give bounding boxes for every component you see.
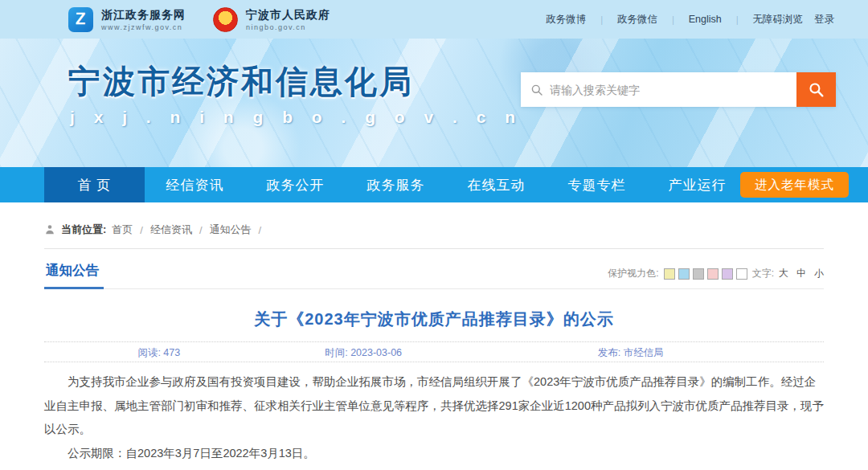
elder-mode-button[interactable]: 进入老年模式 (740, 172, 849, 198)
section-title-notice[interactable]: 通知公告 (44, 262, 104, 289)
search-icon (530, 84, 543, 96)
color-swatch-gray[interactable] (693, 268, 704, 280)
article-paragraph: 为支持我市企业参与政府及国有投资项目建设，帮助企业拓展市场，市经信局组织开展了《… (44, 370, 824, 442)
color-swatch-purple[interactable] (722, 268, 733, 280)
nav-item-gov-open[interactable]: 政务公开 (245, 167, 346, 202)
search-button[interactable] (796, 72, 836, 107)
divider: ｜ (597, 14, 606, 26)
view-tools: 保护视力色: 文字: 大 中 小 (608, 267, 824, 288)
font-size-label: 文字: (752, 267, 774, 280)
color-swatch-pink[interactable] (707, 268, 719, 280)
color-swatch-blue[interactable] (678, 268, 690, 280)
eye-protect-label: 保护视力色: (608, 267, 658, 280)
zhejiang-gov-icon: Ꮓ (68, 7, 93, 32)
nav-item-interaction[interactable]: 在线互动 (446, 167, 547, 202)
search-bar (521, 72, 836, 107)
article-title: 关于《2023年宁波市优质产品推荐目录》的公示 (44, 309, 824, 330)
zhejiang-gov-title: 浙江政务服务网 (101, 8, 186, 22)
article-body: 为支持我市企业参与政府及国有投资项目建设，帮助企业拓展市场，市经信局组织开展了《… (44, 370, 824, 470)
link-english[interactable]: English (689, 14, 722, 25)
nav-item-gov-service[interactable]: 政务服务 (346, 167, 446, 202)
location-person-icon (44, 224, 55, 235)
article-meta: 阅读: 473 时间: 2023-03-06 发布: 市经信局 (44, 341, 824, 362)
meta-views: 阅读: 473 (137, 346, 180, 360)
font-size-large[interactable]: 大 (779, 267, 788, 280)
divider: ｜ (733, 14, 742, 26)
nav-item-special[interactable]: 专题专栏 (547, 167, 647, 202)
color-swatch-white[interactable] (736, 268, 747, 280)
national-emblem-icon: ★ (213, 7, 238, 32)
meta-publisher: 发布: 市经信局 (598, 346, 664, 360)
zhejiang-gov-logo[interactable]: Ꮓ 浙江政务服务网 www.zjzwfw.gov.cn (68, 7, 186, 32)
zhejiang-gov-url: www.zjzwfw.gov.cn (101, 23, 186, 31)
nav-item-home[interactable]: 首 页 (44, 167, 145, 202)
nav-item-industry[interactable]: 产业运行 (647, 167, 747, 202)
ningbo-gov-title: 宁波市人民政府 (246, 8, 330, 22)
breadcrumb-notice[interactable]: 通知公告 (210, 223, 252, 237)
top-links: 政务微博 ｜ 政务微信 ｜ English ｜ 无障碍浏览 登录 (546, 13, 834, 27)
search-input[interactable] (550, 84, 787, 96)
font-size-controls: 大 中 小 (779, 267, 824, 280)
site-title: 宁波市经济和信息化局 (68, 59, 414, 104)
site-domain: j x j . n i n g b o . g o v . c n (70, 108, 522, 127)
nav-item-news[interactable]: 经信资讯 (145, 167, 245, 202)
top-utility-bar: Ꮓ 浙江政务服务网 www.zjzwfw.gov.cn ★ 宁波市人民政府 ni… (0, 0, 868, 39)
divider: ｜ (669, 14, 678, 26)
breadcrumb-home[interactable]: 首页 (112, 223, 133, 237)
article-paragraph: 对拟列入目录的企业及产品，如有异议，请于3月13日前反馈至市经信局创新发展与制造… (44, 466, 824, 470)
article-paragraph: 公示期限：自2023年3月7日至2022年3月13日。 (44, 442, 824, 466)
search-button-icon (808, 81, 825, 98)
ningbo-gov-url: ningbo.gov.cn (246, 23, 330, 31)
breadcrumb-divider (44, 248, 824, 249)
divider: / (259, 224, 262, 236)
site-banner: 宁波市经济和信息化局 j x j . n i n g b o . g o v .… (0, 39, 868, 167)
link-wechat[interactable]: 政务微信 (617, 13, 657, 27)
link-weibo[interactable]: 政务微博 (546, 13, 586, 27)
font-size-small[interactable]: 小 (814, 267, 824, 280)
color-swatch-yellow[interactable] (664, 268, 675, 280)
link-login[interactable]: 登录 (814, 13, 834, 27)
divider: / (140, 224, 143, 236)
ningbo-gov-logo[interactable]: ★ 宁波市人民政府 ningbo.gov.cn (213, 7, 330, 32)
main-content: 当前位置: 首页 / 经信资讯 / 通知公告 / 通知公告 保护视力色: 文字:… (0, 202, 868, 470)
link-accessibility[interactable]: 无障碍浏览 (753, 13, 804, 27)
section-header: 通知公告 保护视力色: 文字: 大 中 小 (44, 262, 824, 289)
divider: / (199, 224, 203, 236)
meta-time: 时间: 2023-03-06 (325, 346, 402, 360)
search-box (521, 72, 796, 107)
font-size-medium[interactable]: 中 (796, 267, 806, 280)
breadcrumb-news[interactable]: 经信资讯 (150, 223, 192, 237)
breadcrumb: 当前位置: 首页 / 经信资讯 / 通知公告 / (44, 202, 824, 248)
breadcrumb-label: 当前位置: (61, 223, 106, 237)
eye-protect-swatches (664, 268, 747, 280)
main-nav: 首 页 经信资讯 政务公开 政务服务 在线互动 专题专栏 产业运行 进入老年模式 (0, 167, 868, 202)
